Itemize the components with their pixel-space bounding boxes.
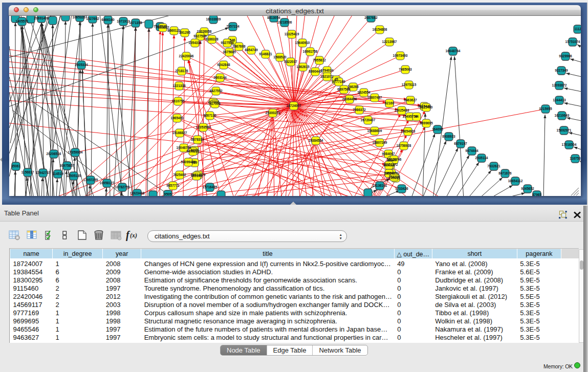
svg-text:169144: 169144 [191, 174, 202, 178]
svg-text:19218506: 19218506 [277, 20, 292, 24]
svg-text:9242848: 9242848 [217, 63, 230, 67]
svg-text:1244413: 1244413 [553, 98, 566, 102]
svg-text:10973493: 10973493 [393, 54, 408, 57]
svg-text:1054334: 1054334 [188, 41, 202, 45]
svg-text:8813054: 8813054 [267, 16, 280, 19]
svg-text:9327508: 9327508 [221, 41, 234, 45]
svg-text:10653267: 10653267 [73, 16, 88, 19]
svg-text:1156817: 1156817 [21, 170, 34, 174]
svg-text:10688609: 10688609 [367, 129, 382, 133]
svg-text:17016504: 17016504 [562, 143, 577, 146]
svg-text:24851: 24851 [384, 171, 394, 175]
svg-text:6879197: 6879197 [454, 142, 467, 145]
svg-text:1588520: 1588520 [273, 55, 287, 59]
svg-text:15692971: 15692971 [557, 128, 572, 132]
svg-text:114519: 114519 [52, 172, 63, 176]
svg-text:1610755: 1610755 [171, 99, 185, 103]
svg-text:7986372: 7986372 [353, 108, 366, 112]
svg-text:9327509: 9327509 [193, 34, 207, 38]
svg-text:8990443: 8990443 [309, 70, 322, 73]
svg-text:44: 44 [415, 115, 419, 118]
svg-text:10120746: 10120746 [387, 158, 402, 161]
svg-text:2718176: 2718176 [175, 69, 188, 73]
svg-text:8878334: 8878334 [191, 138, 204, 141]
svg-text:35061: 35061 [11, 164, 20, 168]
svg-text:9115460: 9115460 [420, 105, 433, 109]
svg-text:8454749: 8454749 [245, 48, 258, 52]
svg-text:1112: 1112 [574, 27, 581, 31]
svg-text:18724007: 18724007 [287, 104, 301, 107]
svg-text:12213967: 12213967 [382, 40, 397, 43]
svg-text:9227349: 9227349 [555, 69, 568, 72]
svg-text:115112: 115112 [384, 163, 395, 167]
svg-text:164095: 164095 [432, 127, 443, 131]
svg-text:7955812: 7955812 [313, 58, 326, 62]
svg-text:9699695: 9699695 [420, 121, 433, 125]
svg-text:16033809: 16033809 [206, 17, 221, 21]
svg-text:10046798: 10046798 [177, 146, 191, 149]
svg-text:15751074: 15751074 [565, 40, 580, 43]
svg-text:1733426: 1733426 [395, 187, 408, 190]
svg-text:7632621: 7632621 [487, 164, 500, 168]
svg-text:12353594: 12353594 [196, 125, 211, 129]
svg-text:8267130: 8267130 [203, 114, 216, 117]
svg-text:1527602: 1527602 [86, 17, 99, 20]
svg-text:87965: 87965 [532, 193, 541, 196]
svg-text:116753: 116753 [570, 157, 581, 160]
svg-text:12975115: 12975115 [402, 83, 417, 86]
svg-text:14136141: 14136141 [373, 184, 387, 187]
svg-text:12505135: 12505135 [67, 174, 81, 178]
svg-text:16961758: 16961758 [303, 50, 318, 53]
svg-text:417006: 417006 [209, 102, 221, 105]
svg-text:8938923: 8938923 [442, 135, 455, 138]
svg-text:1071913: 1071913 [117, 19, 130, 23]
svg-text:6897568: 6897568 [337, 87, 351, 91]
svg-text:19384554: 19384554 [309, 139, 323, 142]
svg-text:3215955: 3215955 [539, 107, 552, 111]
svg-text:3624554: 3624554 [357, 91, 371, 94]
svg-text:9463627: 9463627 [404, 98, 417, 102]
svg-text:25300273: 25300273 [266, 111, 280, 115]
svg-text:(x): (x) [130, 232, 137, 239]
svg-text:20691406: 20691406 [34, 16, 49, 20]
svg-text:15716485: 15716485 [203, 185, 217, 189]
svg-text:8427552: 8427552 [209, 89, 223, 93]
svg-text:15640910: 15640910 [295, 41, 310, 45]
svg-text:54099489: 54099489 [181, 160, 196, 164]
svg-text:17942737: 17942737 [36, 171, 51, 174]
svg-text:1671355: 1671355 [129, 21, 142, 25]
svg-text:7625402: 7625402 [173, 173, 186, 177]
svg-text:7485063: 7485063 [399, 68, 412, 71]
svg-text:9329966: 9329966 [559, 54, 572, 58]
svg-text:10756928: 10756928 [397, 144, 411, 147]
svg-text:8471676: 8471676 [498, 171, 512, 175]
svg-text:12093872: 12093872 [552, 83, 567, 87]
svg-text:9498222: 9498222 [186, 149, 200, 153]
svg-text:3675685: 3675685 [223, 50, 236, 54]
svg-text:9505: 9505 [164, 192, 172, 196]
svg-text:10807487: 10807487 [367, 96, 382, 99]
svg-text:16154808: 16154808 [373, 28, 387, 31]
svg-text:6794024: 6794024 [320, 69, 334, 72]
svg-text:1221338: 1221338 [172, 84, 186, 87]
svg-text:23226058: 23226058 [197, 30, 212, 33]
svg-text:18807249: 18807249 [373, 141, 387, 144]
svg-text:8186328: 8186328 [205, 37, 219, 41]
svg-text:9857771: 9857771 [166, 184, 180, 187]
svg-text:62160: 62160 [385, 101, 394, 105]
svg-text:9146821: 9146821 [259, 52, 272, 56]
svg-text:19654923: 19654923 [401, 129, 416, 133]
svg-text:2867608: 2867608 [232, 45, 246, 48]
svg-text:9084067: 9084067 [382, 152, 395, 156]
svg-text:17957255: 17957255 [83, 178, 98, 182]
svg-text:2935114: 2935114 [475, 156, 488, 160]
svg-text:2687682: 2687682 [364, 16, 378, 19]
svg-text:10782759: 10782759 [115, 185, 130, 189]
svg-text:20364456: 20364456 [342, 97, 357, 101]
svg-text:16648784: 16648784 [446, 49, 461, 53]
svg-text:2005334: 2005334 [75, 63, 88, 67]
svg-text:16720407: 16720407 [361, 118, 376, 122]
svg-text:17359934: 17359934 [68, 150, 83, 154]
svg-text:10025433: 10025433 [395, 108, 409, 112]
svg-text:20206516: 20206516 [47, 152, 61, 156]
